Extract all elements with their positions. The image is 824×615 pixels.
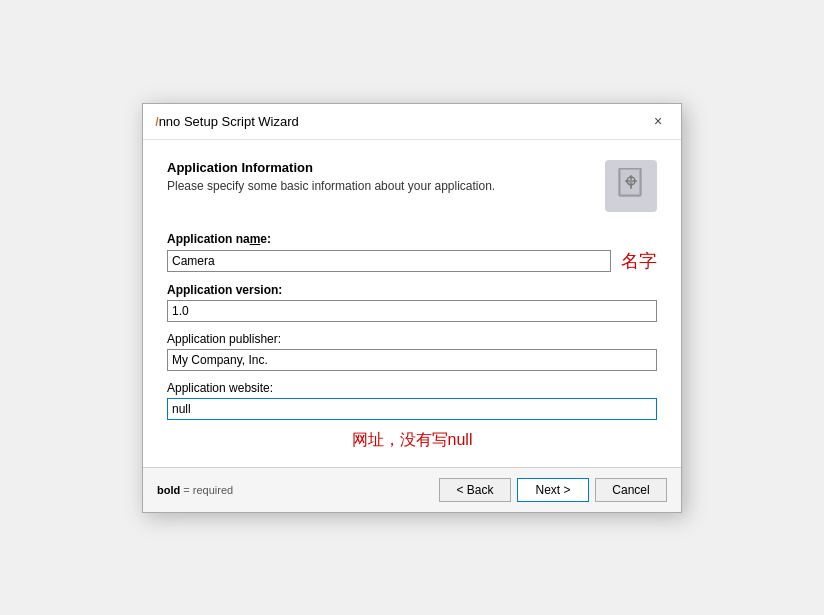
app-website-input[interactable] — [167, 398, 657, 420]
app-name-label-underline: m — [250, 232, 261, 246]
app-name-group: Application name: 名字 — [167, 232, 657, 273]
back-button[interactable]: < Back — [439, 478, 511, 502]
dialog-body: Application Information Please specify s… — [143, 140, 681, 467]
app-name-input-row: 名字 — [167, 249, 657, 273]
inno-setup-dialog: Inno Setup Script Wizard × Application I… — [142, 103, 682, 513]
title-bar: Inno Setup Script Wizard × — [143, 104, 681, 140]
app-publisher-group: Application publisher: — [167, 332, 657, 371]
footer-buttons: < Back Next > Cancel — [439, 478, 667, 502]
app-website-label: Application website: — [167, 381, 657, 395]
app-version-input[interactable] — [167, 300, 657, 322]
header-section: Application Information Please specify s… — [167, 160, 657, 212]
close-button[interactable]: × — [647, 110, 669, 132]
wizard-icon — [605, 160, 657, 212]
app-version-label-text: Application version: — [167, 283, 282, 297]
dialog-footer: bold = required < Back Next > Cancel — [143, 467, 681, 512]
title-rest: nno Setup Script Wizard — [159, 114, 299, 129]
cancel-button[interactable]: Cancel — [595, 478, 667, 502]
app-website-group: Application website: — [167, 381, 657, 420]
app-version-group: Application version: — [167, 283, 657, 322]
header-title: Application Information — [167, 160, 495, 175]
app-publisher-label: Application publisher: — [167, 332, 657, 346]
app-publisher-input[interactable] — [167, 349, 657, 371]
footer-hint-bold: bold — [157, 484, 180, 496]
footer-hint: bold = required — [157, 484, 233, 496]
website-annotation: 网址，没有写null — [167, 430, 657, 451]
header-text: Application Information Please specify s… — [167, 160, 495, 193]
next-button[interactable]: Next > — [517, 478, 589, 502]
footer-hint-rest: = required — [180, 484, 233, 496]
app-name-annotation: 名字 — [621, 249, 657, 273]
app-name-label: Application name: — [167, 232, 657, 246]
header-subtitle: Please specify some basic information ab… — [167, 179, 495, 193]
dialog-title: Inno Setup Script Wizard — [155, 114, 299, 129]
app-name-input[interactable] — [167, 250, 611, 272]
app-name-label-rest: e: — [260, 232, 271, 246]
app-name-label-bold: Application na — [167, 232, 250, 246]
app-version-label: Application version: — [167, 283, 657, 297]
